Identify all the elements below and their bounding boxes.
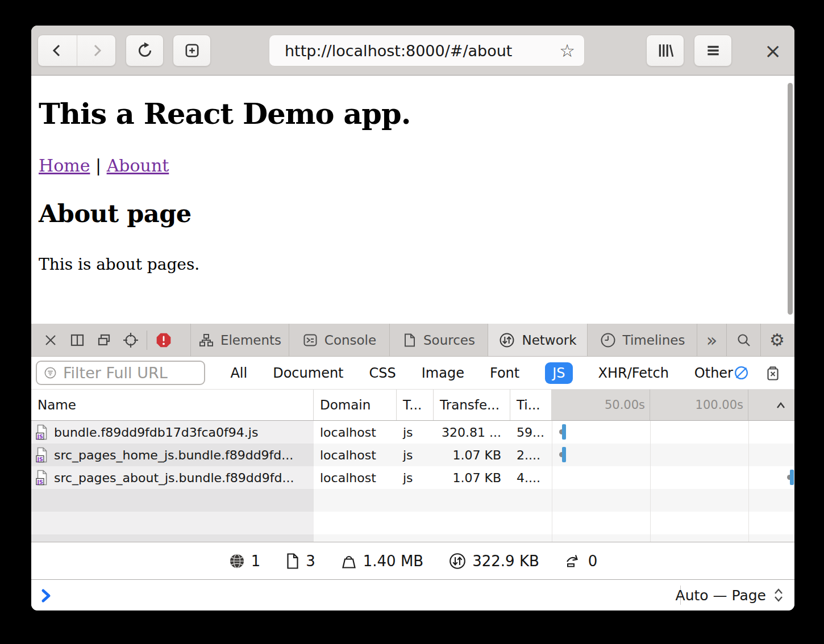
filter-all[interactable]: All [230, 365, 247, 381]
library-button[interactable] [646, 35, 684, 66]
hierarchy-icon [198, 332, 214, 348]
document-icon [285, 553, 300, 570]
undock-button[interactable] [90, 324, 117, 356]
new-tab-icon [184, 42, 201, 59]
tab-elements[interactable]: Elements [190, 324, 289, 356]
clear-network-trash-icon[interactable] [765, 365, 781, 382]
filter-url-input[interactable]: Filter Full URL [36, 361, 205, 385]
request-domain: localhost [314, 466, 397, 489]
devtools-control-icons [31, 324, 177, 356]
filter-image[interactable]: Image [422, 365, 464, 381]
column-header-transfer[interactable]: Transfe... [434, 390, 510, 420]
filter-icon [43, 365, 58, 380]
request-transfer-size: 1.07 KB [434, 444, 510, 466]
domain-count: 1 [228, 553, 261, 570]
windows-icon [96, 332, 112, 348]
empty-row [31, 534, 794, 542]
filter-css[interactable]: CSS [369, 365, 396, 381]
browser-toolbar: http://localhost:8000/#/about ☆ × [31, 26, 794, 76]
about-link[interactable]: Abount [107, 156, 169, 175]
home-link[interactable]: Home [39, 156, 90, 175]
tab-network[interactable]: Network [488, 324, 587, 356]
js-file-icon: JS [36, 447, 48, 463]
network-table-body: JS bundle.f89dd9fdb17d3fca0f94.js localh… [31, 421, 794, 542]
console-prompt-icon [302, 332, 318, 348]
menu-button[interactable] [694, 35, 732, 66]
transferred-size-value: 322.9 KB [472, 553, 539, 570]
chevrons-right-icon: » [706, 329, 718, 351]
globe-icon [228, 553, 245, 570]
search-icon [736, 332, 752, 348]
empty-row [31, 512, 794, 534]
grid-line-100s [748, 390, 748, 420]
js-file-icon: JS [36, 424, 48, 440]
collapse-chevron-icon[interactable] [773, 398, 789, 413]
filter-xhr-fetch[interactable]: XHR/Fetch [598, 365, 669, 381]
execution-context-selector[interactable]: Auto — Page [676, 580, 784, 610]
filter-js[interactable]: JS [545, 362, 572, 384]
section-heading: About page [39, 199, 794, 228]
nav-button-group [38, 35, 116, 66]
tab-label: Network [522, 333, 576, 348]
filter-other[interactable]: Other [694, 365, 733, 381]
filter-font[interactable]: Font [490, 365, 519, 381]
tick-100s: 100.00s [552, 390, 743, 420]
transferred-size: 322.9 KB [448, 552, 539, 570]
window-close-button[interactable]: × [754, 35, 792, 66]
request-name: src_pages_about_js.bundle.f89dd9fd... [54, 471, 294, 485]
resource-type-filters: All Document CSS Image Font JS XHR/Fetch… [230, 362, 733, 384]
request-time: 4.... [510, 466, 552, 489]
back-button[interactable] [38, 35, 77, 66]
request-domain: localhost [314, 421, 397, 444]
redirect-count-value: 0 [588, 553, 598, 570]
devtools-settings-button[interactable]: ⚙ [760, 324, 793, 356]
inspect-element-button[interactable] [117, 324, 144, 356]
transfer-arrows-icon [448, 552, 467, 570]
tab-timelines[interactable]: Timelines [587, 324, 697, 356]
tab-console[interactable]: Console [289, 324, 389, 356]
more-tabs-button[interactable]: » [697, 324, 726, 356]
disable-cache-icon[interactable] [733, 365, 750, 381]
toolbar-divider [147, 331, 147, 350]
page-scrollbar-thumb[interactable] [788, 83, 793, 315]
empty-row [31, 489, 794, 512]
devtools-search-button[interactable] [726, 324, 760, 356]
devtools-close-button[interactable] [37, 324, 64, 356]
new-tab-button[interactable] [173, 35, 211, 66]
column-header-name[interactable]: Name [31, 390, 314, 420]
updown-chevrons-icon [773, 587, 784, 604]
grid-line-50s [650, 390, 650, 420]
devtools-toolbar: Elements Console Sources [31, 324, 794, 357]
reload-icon [136, 42, 153, 59]
weight-icon [340, 553, 357, 570]
context-selector-label: Auto — Page [676, 587, 766, 604]
column-header-type[interactable]: T... [397, 390, 434, 420]
table-row[interactable]: JS bundle.f89dd9fdb17d3fca0f94.js localh… [31, 421, 794, 444]
bookmark-star-icon[interactable]: ☆ [559, 40, 575, 61]
forward-button[interactable] [77, 35, 115, 66]
waterfall-header: 50.00s 100.00s [552, 390, 794, 420]
issues-badge-button[interactable] [150, 324, 177, 356]
request-transfer-size: 320.81 ... [434, 421, 510, 444]
column-header-time[interactable]: Ti... [510, 390, 552, 420]
close-icon [43, 333, 58, 348]
waterfall-bar [562, 424, 566, 440]
network-table-header: Name Domain T... Transfe... Ti... 50.00s… [31, 390, 794, 421]
url-bar[interactable]: http://localhost:8000/#/about ☆ [269, 35, 585, 66]
nav-separator: | [90, 156, 106, 175]
document-icon [402, 332, 417, 348]
request-transfer-size: 1.07 KB [434, 466, 510, 489]
js-file-icon: JS [36, 470, 48, 486]
dock-side-button[interactable] [64, 324, 90, 356]
tab-label: Timelines [623, 333, 685, 348]
reload-button[interactable] [126, 35, 164, 66]
console-prompt-chevron-icon[interactable] [39, 588, 53, 603]
table-row[interactable]: JS src_pages_about_js.bundle.f89dd9fd...… [31, 466, 794, 489]
column-header-domain[interactable]: Domain [314, 390, 397, 420]
devtools-tab-strip: Elements Console Sources [190, 324, 794, 356]
filter-document[interactable]: Document [273, 365, 343, 381]
total-size: 1.40 MB [340, 553, 423, 570]
table-row[interactable]: JS src_pages_home_js.bundle.f89dd9fd... … [31, 444, 794, 466]
browser-window: http://localhost:8000/#/about ☆ × This a… [31, 26, 794, 610]
tab-sources[interactable]: Sources [389, 324, 488, 356]
